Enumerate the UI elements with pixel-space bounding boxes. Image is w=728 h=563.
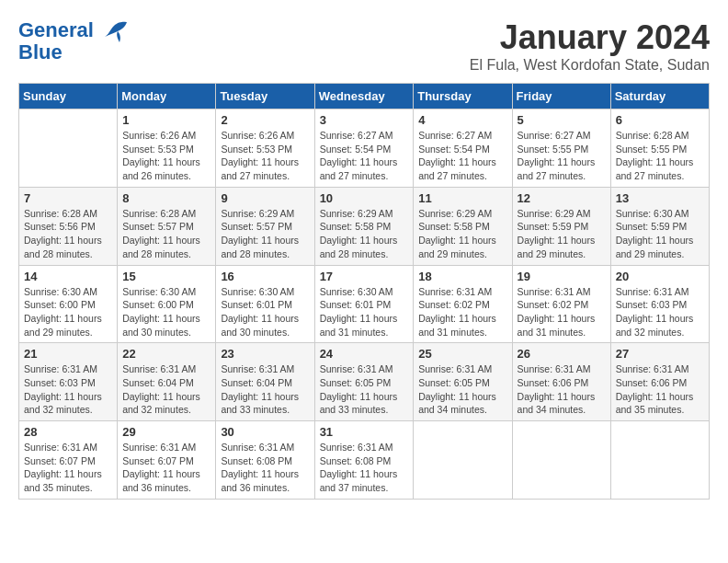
day-info: Sunrise: 6:29 AMSunset: 5:58 PMDaylight:… (320, 207, 409, 261)
day-info: Sunrise: 6:31 AMSunset: 6:05 PMDaylight:… (418, 362, 506, 417)
day-number: 5 (518, 113, 606, 127)
calendar-cell (414, 421, 512, 500)
day-number: 22 (122, 347, 210, 361)
day-info: Sunrise: 6:27 AMSunset: 5:55 PMDaylight:… (518, 129, 606, 183)
calendar-cell: 9Sunrise: 6:29 AMSunset: 5:57 PMDaylight… (216, 187, 314, 265)
day-info: Sunrise: 6:27 AMSunset: 5:54 PMDaylight:… (418, 129, 506, 183)
day-info: Sunrise: 6:31 AMSunset: 6:04 PMDaylight:… (122, 362, 210, 417)
calendar-cell: 14Sunrise: 6:30 AMSunset: 6:00 PMDayligh… (19, 265, 118, 343)
day-number: 28 (24, 425, 112, 439)
col-header-sunday: Sunday (19, 84, 118, 109)
day-number: 10 (320, 191, 409, 205)
day-info: Sunrise: 6:31 AMSunset: 6:03 PMDaylight:… (24, 362, 112, 417)
day-info: Sunrise: 6:31 AMSunset: 6:02 PMDaylight:… (518, 285, 606, 339)
day-info: Sunrise: 6:31 AMSunset: 6:06 PMDaylight:… (518, 362, 606, 417)
day-number: 14 (24, 270, 112, 283)
month-title: January 2024 (470, 18, 710, 57)
day-number: 26 (518, 347, 606, 361)
col-header-wednesday: Wednesday (314, 84, 414, 109)
day-number: 30 (221, 425, 309, 439)
calendar-cell (19, 109, 118, 188)
day-number: 27 (616, 347, 704, 361)
calendar-week-0: 1Sunrise: 6:26 AMSunset: 5:53 PMDaylight… (19, 109, 710, 188)
day-number: 15 (122, 270, 210, 283)
day-number: 11 (418, 191, 506, 205)
day-info: Sunrise: 6:28 AMSunset: 5:56 PMDaylight:… (24, 207, 112, 261)
calendar-cell (610, 421, 709, 500)
day-number: 24 (320, 347, 409, 361)
day-number: 3 (320, 113, 409, 127)
day-info: Sunrise: 6:31 AMSunset: 6:07 PMDaylight:… (24, 441, 112, 495)
calendar-cell: 21Sunrise: 6:31 AMSunset: 6:03 PMDayligh… (19, 343, 118, 421)
day-number: 20 (616, 270, 704, 283)
logo: General Blue (18, 18, 131, 64)
col-header-monday: Monday (118, 84, 216, 109)
day-info: Sunrise: 6:31 AMSunset: 6:08 PMDaylight:… (320, 441, 409, 495)
calendar-header-row: SundayMondayTuesdayWednesdayThursdayFrid… (19, 84, 710, 109)
day-info: Sunrise: 6:29 AMSunset: 5:57 PMDaylight:… (221, 207, 309, 261)
calendar-cell: 15Sunrise: 6:30 AMSunset: 6:00 PMDayligh… (118, 265, 216, 343)
day-number: 8 (122, 191, 210, 205)
calendar-cell: 8Sunrise: 6:28 AMSunset: 5:57 PMDaylight… (118, 187, 216, 265)
day-info: Sunrise: 6:26 AMSunset: 5:53 PMDaylight:… (122, 129, 210, 183)
calendar-cell: 13Sunrise: 6:30 AMSunset: 5:59 PMDayligh… (610, 187, 709, 265)
day-info: Sunrise: 6:30 AMSunset: 6:00 PMDaylight:… (24, 285, 112, 339)
col-header-saturday: Saturday (610, 84, 709, 109)
calendar-week-2: 14Sunrise: 6:30 AMSunset: 6:00 PMDayligh… (19, 265, 710, 343)
day-info: Sunrise: 6:30 AMSunset: 6:00 PMDaylight:… (122, 285, 210, 339)
col-header-thursday: Thursday (414, 84, 512, 109)
day-number: 1 (122, 113, 210, 127)
location: El Fula, West Kordofan State, Sudan (470, 57, 710, 74)
calendar-cell: 11Sunrise: 6:29 AMSunset: 5:58 PMDayligh… (414, 187, 512, 265)
calendar-cell: 7Sunrise: 6:28 AMSunset: 5:56 PMDaylight… (19, 187, 118, 265)
calendar-cell: 19Sunrise: 6:31 AMSunset: 6:02 PMDayligh… (512, 265, 610, 343)
day-number: 31 (320, 425, 409, 439)
day-number: 7 (24, 191, 112, 205)
calendar-week-3: 21Sunrise: 6:31 AMSunset: 6:03 PMDayligh… (19, 343, 710, 421)
day-info: Sunrise: 6:28 AMSunset: 5:57 PMDaylight:… (122, 207, 210, 261)
calendar-cell: 22Sunrise: 6:31 AMSunset: 6:04 PMDayligh… (118, 343, 216, 421)
day-number: 21 (24, 347, 112, 361)
calendar-cell: 20Sunrise: 6:31 AMSunset: 6:03 PMDayligh… (610, 265, 709, 343)
calendar-cell: 6Sunrise: 6:28 AMSunset: 5:55 PMDaylight… (610, 109, 709, 188)
col-header-tuesday: Tuesday (216, 84, 314, 109)
day-info: Sunrise: 6:30 AMSunset: 5:59 PMDaylight:… (616, 207, 704, 261)
day-number: 29 (122, 425, 210, 439)
day-number: 16 (221, 270, 309, 283)
calendar-body: 1Sunrise: 6:26 AMSunset: 5:53 PMDaylight… (19, 109, 710, 500)
calendar-cell: 3Sunrise: 6:27 AMSunset: 5:54 PMDaylight… (314, 109, 414, 188)
day-info: Sunrise: 6:30 AMSunset: 6:01 PMDaylight:… (320, 285, 409, 339)
calendar-cell: 1Sunrise: 6:26 AMSunset: 5:53 PMDaylight… (118, 109, 216, 188)
calendar-cell: 10Sunrise: 6:29 AMSunset: 5:58 PMDayligh… (314, 187, 414, 265)
day-info: Sunrise: 6:31 AMSunset: 6:05 PMDaylight:… (320, 362, 409, 417)
day-number: 23 (221, 347, 309, 361)
calendar-cell: 24Sunrise: 6:31 AMSunset: 6:05 PMDayligh… (314, 343, 414, 421)
logo-general: General (18, 18, 94, 41)
day-info: Sunrise: 6:31 AMSunset: 6:07 PMDaylight:… (122, 441, 210, 495)
calendar-table: SundayMondayTuesdayWednesdayThursdayFrid… (18, 83, 710, 500)
title-block: January 2024 El Fula, West Kordofan Stat… (470, 18, 710, 74)
calendar-cell: 28Sunrise: 6:31 AMSunset: 6:07 PMDayligh… (19, 421, 118, 500)
calendar-cell: 5Sunrise: 6:27 AMSunset: 5:55 PMDaylight… (512, 109, 610, 188)
day-number: 2 (221, 113, 309, 127)
day-number: 17 (320, 270, 409, 283)
day-number: 4 (418, 113, 506, 127)
day-info: Sunrise: 6:31 AMSunset: 6:06 PMDaylight:… (616, 362, 704, 417)
day-info: Sunrise: 6:29 AMSunset: 5:58 PMDaylight:… (418, 207, 506, 261)
day-number: 18 (418, 270, 506, 283)
day-info: Sunrise: 6:29 AMSunset: 5:59 PMDaylight:… (518, 207, 606, 261)
calendar-cell: 30Sunrise: 6:31 AMSunset: 6:08 PMDayligh… (216, 421, 314, 500)
day-info: Sunrise: 6:31 AMSunset: 6:02 PMDaylight:… (418, 285, 506, 339)
day-info: Sunrise: 6:26 AMSunset: 5:53 PMDaylight:… (221, 129, 309, 183)
day-info: Sunrise: 6:31 AMSunset: 6:04 PMDaylight:… (221, 362, 309, 417)
calendar-cell: 16Sunrise: 6:30 AMSunset: 6:01 PMDayligh… (216, 265, 314, 343)
calendar-cell: 4Sunrise: 6:27 AMSunset: 5:54 PMDaylight… (414, 109, 512, 188)
col-header-friday: Friday (512, 84, 610, 109)
calendar-week-4: 28Sunrise: 6:31 AMSunset: 6:07 PMDayligh… (19, 421, 710, 500)
calendar-cell: 18Sunrise: 6:31 AMSunset: 6:02 PMDayligh… (414, 265, 512, 343)
day-info: Sunrise: 6:27 AMSunset: 5:54 PMDaylight:… (320, 129, 409, 183)
page-header: General Blue January 2024 El Fula, West … (18, 18, 710, 74)
day-number: 25 (418, 347, 506, 361)
day-info: Sunrise: 6:30 AMSunset: 6:01 PMDaylight:… (221, 285, 309, 339)
day-info: Sunrise: 6:31 AMSunset: 6:03 PMDaylight:… (616, 285, 704, 339)
